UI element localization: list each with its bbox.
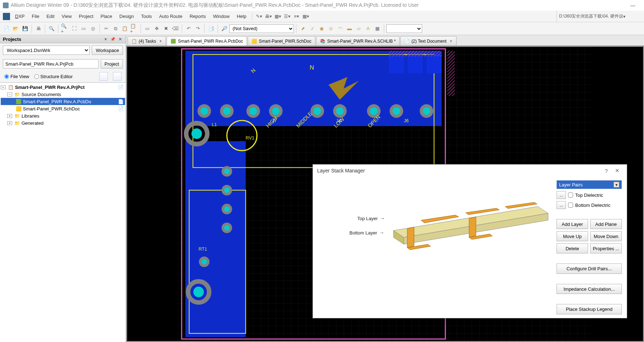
minimize-button[interactable]: — [625,0,641,11]
layer-pairs-combo[interactable]: Layer Pairs▾ [557,180,622,189]
options-icon[interactable] [113,72,121,81]
new-file-icon[interactable]: 📄 [2,24,11,33]
properties-button[interactable]: Properties ... [590,243,622,253]
tab-tasks[interactable]: 📋(4) Tasks▼ [128,36,166,46]
browse-icon[interactable]: 📑 [207,24,215,33]
panel-close-icon[interactable]: ✕ [117,36,123,42]
print-icon[interactable]: 🖶 [34,24,43,33]
svg-point-14 [223,107,230,115]
svg-point-30 [191,128,202,139]
tree-sch-doc[interactable]: 🟨 Smart-Panel_PWR.SchDoc 📄 [1,105,125,112]
path-display[interactable]: D:\360安全浏览器下载\04. 硬件设 ▾ [557,11,643,22]
cut-icon[interactable]: ✂ [102,24,110,33]
add-layer-button[interactable]: Add Layer [557,219,588,229]
place-string-icon[interactable]: A [364,24,372,33]
zoom-area-icon[interactable]: ▭ [79,24,88,33]
place-pad-icon[interactable]: ◉ [317,24,326,33]
menu-file[interactable]: File [28,12,43,20]
menu-place[interactable]: Place [97,12,116,20]
doc-state-icon: 📄 [118,99,123,104]
svg-point-50 [224,206,230,212]
stack-icon[interactable]: ☰▾ [283,13,291,20]
menu-help[interactable]: Help [233,12,250,20]
zoom-selected-icon[interactable]: ◎ [89,24,97,33]
menu-design[interactable]: Design [116,12,137,20]
project-input[interactable] [3,59,99,68]
menu-window[interactable]: Window [209,12,233,20]
menu-bar: DXP File Edit View Project Place Design … [0,11,644,22]
menu-dxp[interactable]: DXP [11,12,28,20]
move-down-button[interactable]: Move Down [590,231,622,241]
route-diff-icon[interactable]: ⫽ [308,24,316,33]
file-view-radio[interactable]: File View [4,74,29,79]
tab-text[interactable]: 📄(2) Text Document▼ [400,36,457,46]
place-arc-icon[interactable]: ◠ [336,24,344,33]
add-plane-button[interactable]: Add Plane [590,219,622,229]
dialog-help-icon[interactable]: ? [601,165,612,176]
zoom-fit-icon[interactable]: ⛶ [70,24,78,33]
place-poly-icon[interactable]: ▱ [354,24,363,33]
place-component-icon[interactable]: ▦ [373,24,382,33]
panel-dropdown-icon[interactable]: ▾ [103,36,109,42]
top-dielectric-checkbox[interactable] [568,193,573,198]
menu-edit[interactable]: Edit [43,12,58,20]
save-icon[interactable]: 💾 [21,24,29,33]
project-button[interactable]: Project [101,59,123,68]
menu-view[interactable]: View [58,12,75,20]
undo-icon[interactable]: ↶ [184,24,193,33]
component-combo[interactable] [386,24,422,33]
pencil-icon[interactable]: ✎▾ [256,13,263,20]
copy-icon[interactable]: ⧉ [111,24,120,33]
tree-generated[interactable]: +📁 Generated [1,119,125,127]
menu-reports[interactable]: Reports [186,12,210,20]
bottom-dielectric-checkbox[interactable] [568,203,573,208]
grid-icon[interactable]: ▦▾ [302,13,309,20]
workspace-button[interactable]: Workspace [92,46,123,55]
top-dielectric-label: Top Dielectric [575,193,603,198]
preview-icon[interactable]: 🔍 [47,24,56,33]
workspace-combo[interactable]: Workspace1.DsnWrk [3,46,90,55]
refresh-icon[interactable] [99,72,108,81]
filter-icon[interactable]: 🔎 [220,24,229,33]
place-via-icon[interactable]: ⊙ [326,24,335,33]
tab-pcb[interactable]: 🟩Smart-Panel_PWR Rev.A.PcbDoc [167,36,247,46]
impedance-calculation-button[interactable]: Impedance Calculation... [557,284,622,294]
layers-icon[interactable]: ▦▾ [274,13,281,20]
top-dielectric-browse-button[interactable]: ... [557,191,566,199]
deselect-icon[interactable]: ✖ [162,24,170,33]
select-rect-icon[interactable]: ▭ [143,24,152,33]
dialog-close-icon[interactable]: ✕ [612,165,622,176]
tree-pcb-doc[interactable]: 🟩 Smart-Panel_PWR Rev.A.PcbDo 📄 [1,98,125,105]
delete-button[interactable]: Delete [557,243,588,253]
route-track-icon[interactable]: ⬈ [299,24,307,33]
bottom-dielectric-browse-button[interactable]: ... [557,201,566,209]
saved-state-combo[interactable]: (Not Saved) [229,24,294,33]
svg-text:RT1: RT1 [199,247,207,252]
zoom-in-icon[interactable]: 🔍+ [61,24,69,33]
paste-icon[interactable]: 📋 [120,24,129,33]
print-icon[interactable]: 🖶▾ [265,13,272,20]
structure-editor-radio[interactable]: Structure Editor [34,74,73,79]
paste-special-icon[interactable]: 📋+ [130,24,138,33]
tree-source-docs[interactable]: −📁 Source Documents [1,91,125,98]
clear-icon[interactable]: ⌫ [171,24,180,33]
place-fill-icon[interactable]: ▬ [345,24,354,33]
menu-project[interactable]: Project [75,12,97,20]
place-stackup-legend-button[interactable]: Place Stackup Legend [557,304,622,314]
menu-autoroute[interactable]: Auto Route [156,12,186,20]
tab-sch[interactable]: 🟨Smart-Panel_PWR.SchDoc [248,36,315,46]
svg-point-55 [202,259,207,265]
tree-project-root[interactable]: −📋 Smart-Panel_PWR Rev.A.PrjPct 📄 [1,84,125,91]
configure-drill-pairs-button[interactable]: Configure Drill Pairs... [557,263,622,274]
dialog-titlebar[interactable]: Layer Stack Manager ? ✕ [313,165,627,177]
menu-tools[interactable]: Tools [138,12,156,20]
tree-libraries[interactable]: +📁 Libraries [1,112,125,119]
open-file-icon[interactable]: 📂 [11,24,20,33]
tab-schlib[interactable]: 📚Smart-Panel_PWR Rev.A.SCHLIB * [316,36,400,46]
align-icon[interactable]: ≡▾ [293,13,300,20]
panel-pin-icon[interactable]: 📌 [110,36,116,42]
move-icon[interactable]: ✥ [152,24,161,33]
move-up-button[interactable]: Move Up [557,231,588,241]
project-tree[interactable]: −📋 Smart-Panel_PWR Rev.A.PrjPct 📄 −📁 Sou… [0,82,126,342]
redo-icon[interactable]: ↷ [194,24,202,33]
